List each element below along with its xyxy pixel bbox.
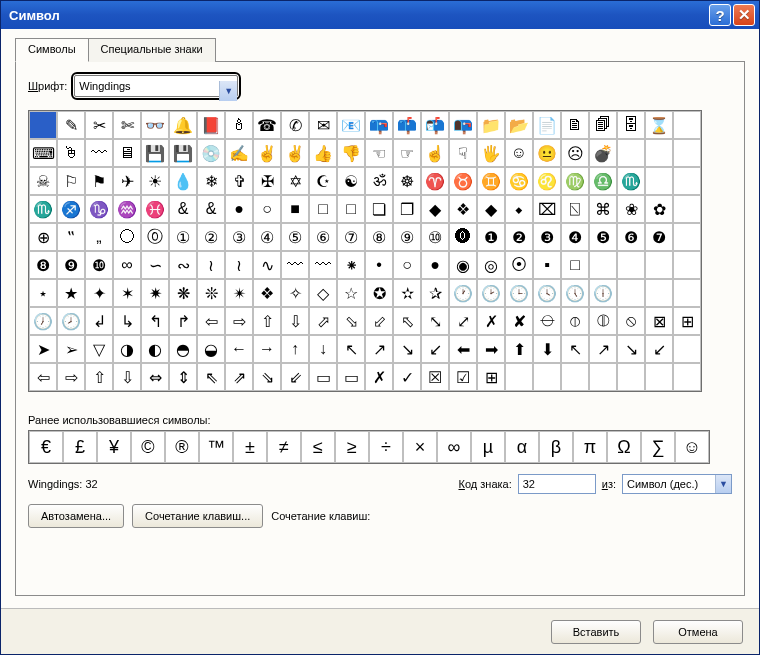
symbol-cell[interactable]: ⇩ bbox=[281, 307, 309, 335]
symbol-cell[interactable]: 👓 bbox=[141, 111, 169, 139]
symbol-cell[interactable]: 🗄 bbox=[617, 111, 645, 139]
symbol-cell[interactable]: ⌘ bbox=[589, 195, 617, 223]
symbol-cell[interactable]: ❖ bbox=[253, 279, 281, 307]
symbol-cell[interactable]: ❿ bbox=[85, 251, 113, 279]
symbol-cell[interactable] bbox=[589, 363, 617, 391]
symbol-cell[interactable]: ⬥ bbox=[505, 195, 533, 223]
symbol-cell[interactable]: 💾 bbox=[169, 139, 197, 167]
symbol-cell[interactable] bbox=[645, 251, 673, 279]
symbol-cell[interactable]: ◎ bbox=[477, 251, 505, 279]
symbol-cell[interactable]: ♒ bbox=[113, 195, 141, 223]
symbol-cell[interactable]: ↑ bbox=[281, 335, 309, 363]
symbol-cell[interactable]: 〰 bbox=[309, 251, 337, 279]
symbol-cell[interactable]: ❽ bbox=[29, 251, 57, 279]
symbol-cell[interactable]: ↖ bbox=[561, 335, 589, 363]
symbol-cell[interactable]: 💾 bbox=[141, 139, 169, 167]
symbol-cell[interactable]: ● bbox=[421, 251, 449, 279]
symbol-cell[interactable]: 📂 bbox=[505, 111, 533, 139]
symbol-cell[interactable]: ◓ bbox=[169, 335, 197, 363]
symbol-cell[interactable]: ◑ bbox=[113, 335, 141, 363]
symbol-cell[interactable]: ❺ bbox=[589, 223, 617, 251]
symbol-cell[interactable]: ❻ bbox=[617, 223, 645, 251]
symbol-cell[interactable]: ↲ bbox=[85, 307, 113, 335]
symbol-cell[interactable]: & bbox=[197, 195, 225, 223]
symbol-cell[interactable]: 📪 bbox=[365, 111, 393, 139]
symbol-cell[interactable]: ☯ bbox=[337, 167, 365, 195]
recent-cell[interactable]: α bbox=[505, 431, 539, 463]
symbol-cell[interactable]: ● bbox=[225, 195, 253, 223]
symbol-cell[interactable]: ☎ bbox=[253, 111, 281, 139]
symbol-cell[interactable]: ⦸ bbox=[617, 307, 645, 335]
symbol-cell[interactable]: ✘ bbox=[505, 307, 533, 335]
symbol-cell[interactable]: 🞅 bbox=[113, 223, 141, 251]
symbol-cell[interactable]: ☠ bbox=[29, 167, 57, 195]
symbol-cell[interactable]: ⤢ bbox=[449, 307, 477, 335]
symbol-cell[interactable]: ✡ bbox=[281, 167, 309, 195]
symbol-cell[interactable]: ★ bbox=[57, 279, 85, 307]
symbol-cell[interactable]: ☀ bbox=[141, 167, 169, 195]
symbol-cell[interactable]: ↗ bbox=[365, 335, 393, 363]
symbol-cell[interactable] bbox=[617, 279, 645, 307]
symbol-cell[interactable]: 📬 bbox=[421, 111, 449, 139]
symbol-cell[interactable]: ○ bbox=[253, 195, 281, 223]
symbol-cell[interactable]: ↘ bbox=[617, 335, 645, 363]
symbol-cell[interactable]: ↗ bbox=[589, 335, 617, 363]
symbol-cell[interactable]: ♏ bbox=[29, 195, 57, 223]
symbol-cell[interactable]: 🕯 bbox=[225, 111, 253, 139]
symbol-cell[interactable]: ✍ bbox=[225, 139, 253, 167]
symbol-cell[interactable]: ☜ bbox=[365, 139, 393, 167]
cancel-button[interactable]: Отмена bbox=[653, 620, 743, 644]
symbol-cell[interactable] bbox=[645, 363, 673, 391]
symbol-cell[interactable]: ▽ bbox=[85, 335, 113, 363]
symbol-cell[interactable]: □ bbox=[337, 195, 365, 223]
recent-cell[interactable]: € bbox=[29, 431, 63, 463]
symbol-cell[interactable]: ≀ bbox=[197, 251, 225, 279]
recent-cell[interactable]: × bbox=[403, 431, 437, 463]
symbol-cell[interactable]: → bbox=[253, 335, 281, 363]
symbol-cell[interactable]: ⇦ bbox=[29, 363, 57, 391]
symbol-cell[interactable]: 🕓 bbox=[533, 279, 561, 307]
symbol-cell[interactable]: ④ bbox=[253, 223, 281, 251]
symbol-cell[interactable]: ⬁ bbox=[393, 307, 421, 335]
symbol-cell[interactable]: ☸ bbox=[393, 167, 421, 195]
symbol-cell[interactable]: ✈ bbox=[113, 167, 141, 195]
symbol-cell[interactable]: ⚑ bbox=[85, 167, 113, 195]
symbol-cell[interactable]: 🖰 bbox=[57, 139, 85, 167]
symbol-cell[interactable]: ⌧ bbox=[533, 195, 561, 223]
symbol-cell[interactable]: ✌ bbox=[253, 139, 281, 167]
symbol-cell[interactable]: ⬇ bbox=[533, 335, 561, 363]
symbol-cell[interactable]: □ bbox=[561, 251, 589, 279]
symbol-cell[interactable] bbox=[617, 251, 645, 279]
symbol-cell[interactable]: ⇕ bbox=[169, 363, 197, 391]
symbol-cell[interactable]: ♐ bbox=[57, 195, 85, 223]
tab-symbols[interactable]: Символы bbox=[15, 38, 89, 62]
symbol-cell[interactable]: ↰ bbox=[141, 307, 169, 335]
symbol-cell[interactable]: ◇ bbox=[309, 279, 337, 307]
symbol-cell[interactable]: ✗ bbox=[477, 307, 505, 335]
symbol-cell[interactable]: ↙ bbox=[421, 335, 449, 363]
symbol-cell[interactable]: ✧ bbox=[281, 279, 309, 307]
symbol-cell[interactable]: ⬆ bbox=[505, 335, 533, 363]
symbol-cell[interactable]: 🕑 bbox=[477, 279, 505, 307]
symbol-cell[interactable]: ⊞ bbox=[477, 363, 505, 391]
tab-special[interactable]: Специальные знаки bbox=[88, 38, 216, 62]
symbol-cell[interactable] bbox=[673, 195, 701, 223]
symbol-cell[interactable]: ⍂ bbox=[561, 195, 589, 223]
symbol-cell[interactable]: ⊠ bbox=[645, 307, 673, 335]
recent-cell[interactable]: ÷ bbox=[369, 431, 403, 463]
symbol-cell[interactable]: ☟ bbox=[449, 139, 477, 167]
symbol-cell[interactable]: ♉ bbox=[449, 167, 477, 195]
symbol-cell[interactable]: 👎 bbox=[337, 139, 365, 167]
symbol-cell[interactable]: ◆ bbox=[421, 195, 449, 223]
symbol-cell[interactable]: ✪ bbox=[365, 279, 393, 307]
symbol-cell[interactable]: ◆ bbox=[477, 195, 505, 223]
symbol-cell[interactable]: ⑤ bbox=[281, 223, 309, 251]
symbol-cell[interactable]: ➤ bbox=[29, 335, 57, 363]
symbol-cell[interactable]: 📄 bbox=[533, 111, 561, 139]
symbol-cell[interactable]: ⇦ bbox=[197, 307, 225, 335]
symbol-cell[interactable]: ❀ bbox=[617, 195, 645, 223]
symbol-cell[interactable]: ⓪ bbox=[141, 223, 169, 251]
symbol-cell[interactable]: ⌛ bbox=[645, 111, 673, 139]
symbol-cell[interactable]: ☒ bbox=[421, 363, 449, 391]
symbol-cell[interactable]: ∿ bbox=[253, 251, 281, 279]
